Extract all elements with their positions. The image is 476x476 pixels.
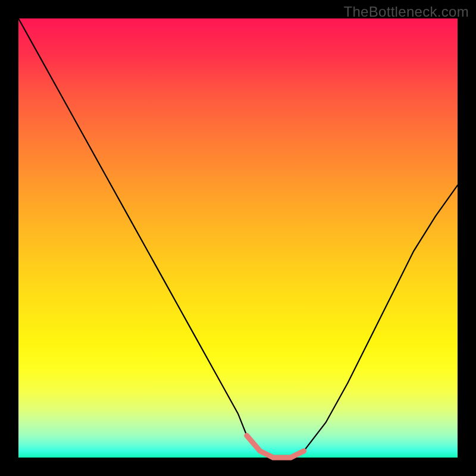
plot-area: [18, 18, 458, 458]
highlight-segment: [247, 436, 304, 458]
bottleneck-curve: [18, 18, 458, 458]
watermark-text: TheBottleneck.com: [343, 4, 469, 20]
chart-frame: TheBottleneck.com: [0, 0, 476, 476]
curve-layer: [18, 18, 458, 458]
